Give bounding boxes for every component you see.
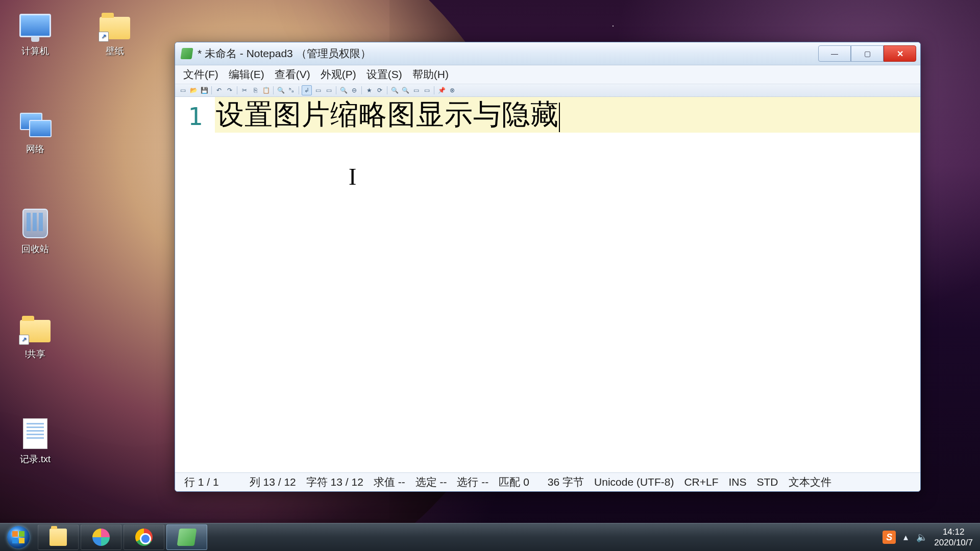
separator [273, 86, 274, 94]
toggle-icon[interactable]: ▭ [313, 86, 323, 95]
recycle-bin-icon [22, 209, 48, 238]
taskbar-explorer[interactable] [38, 524, 79, 550]
bookmark-icon[interactable]: ★ [364, 86, 374, 95]
menu-edit[interactable]: 编辑(E) [225, 66, 268, 83]
copy-icon[interactable]: ⎘ [251, 86, 260, 95]
tool2-icon[interactable]: ▭ [422, 86, 431, 95]
line-number: 1 [175, 100, 215, 133]
undo-icon[interactable]: ↶ [214, 86, 224, 95]
maximize-button[interactable]: ▢ [851, 45, 884, 62]
separator [387, 86, 387, 94]
editor-area: 1 设置图片缩略图显示与隐藏 I [175, 97, 920, 472]
status-bytes[interactable]: 36 字节 [543, 475, 589, 489]
desktop-icon-network[interactable]: 网络 [7, 107, 63, 155]
replace-icon[interactable]: ʰₐ [287, 86, 296, 95]
tray-ime[interactable]: S [881, 523, 897, 551]
start-button[interactable] [0, 523, 37, 551]
refresh-icon[interactable]: ⟳ [375, 86, 384, 95]
tool-icon[interactable]: ▭ [411, 86, 421, 95]
notepad3-icon [180, 48, 193, 59]
menu-view[interactable]: 查看(V) [271, 66, 314, 83]
tray-volume-icon[interactable]: 🔈 [914, 523, 930, 551]
redo-icon[interactable]: ↷ [225, 86, 234, 95]
desktop-icon-notes-txt[interactable]: 记录.txt [7, 417, 63, 465]
text-caret [559, 103, 560, 132]
desktop-icon-share[interactable]: ↗ !共享 [7, 312, 63, 360]
ibeam-cursor-icon: I [349, 163, 356, 190]
status-col[interactable]: 列 13 / 12 [244, 475, 301, 489]
desktop-icon-computer[interactable]: 计算机 [7, 9, 63, 57]
find-icon[interactable]: 🔍 [276, 86, 285, 95]
status-std[interactable]: STD [752, 476, 783, 488]
status-match[interactable]: 匹配 0 [494, 475, 534, 489]
desktop-icon-wallpaper[interactable]: ↗ 壁纸 [87, 9, 143, 57]
clock-time: 14:12 [934, 527, 973, 537]
icon-label: 回收站 [7, 243, 63, 255]
status-eval[interactable]: 求值 -- [369, 475, 410, 489]
toggle2-icon[interactable]: ▭ [324, 86, 333, 95]
title-bar[interactable]: * 未命名 - Notepad3 （管理员权限） — ▢ ✕ [175, 42, 920, 65]
clear-icon[interactable]: ⊗ [448, 86, 457, 95]
window-controls: — ▢ ✕ [818, 45, 916, 62]
icon-label: 记录.txt [7, 453, 63, 465]
icon-label: 壁纸 [87, 45, 143, 57]
separator [434, 86, 434, 94]
taskbar-notepad3[interactable] [166, 524, 207, 550]
editor-content: 设置图片缩略图显示与隐藏 [216, 99, 559, 130]
menu-help[interactable]: 帮助(H) [408, 66, 453, 83]
line-number-gutter: 1 [175, 97, 215, 472]
tray-show-hidden-icon[interactable]: ▴ [897, 523, 914, 551]
status-type[interactable]: 文本文件 [783, 475, 837, 489]
tray-clock[interactable]: 14:12 2020/10/7 [930, 527, 980, 548]
new-file-icon[interactable]: ▭ [178, 86, 187, 95]
status-eol[interactable]: CR+LF [679, 476, 723, 488]
zoom-in-icon[interactable]: 🔍 [390, 86, 399, 95]
zoom-out-icon[interactable]: 🔍 [339, 86, 348, 95]
windows-orb-icon [7, 526, 30, 548]
network-icon [20, 111, 51, 136]
shortcut-arrow-icon: ↗ [19, 335, 29, 345]
pin-icon[interactable]: 📌 [437, 86, 446, 95]
clock-date: 2020/10/7 [934, 537, 973, 548]
computer-icon [19, 14, 51, 37]
window-title: * 未命名 - Notepad3 （管理员权限） [198, 46, 818, 61]
separator [299, 86, 299, 94]
menu-bar: 文件(F) 编辑(E) 查看(V) 外观(P) 设置(S) 帮助(H) [175, 65, 920, 84]
status-ins[interactable]: INS [724, 476, 752, 488]
icon-label: !共享 [7, 348, 63, 360]
text-area[interactable]: 设置图片缩略图显示与隐藏 I [215, 97, 920, 472]
taskbar-browser[interactable] [81, 524, 121, 550]
taskbar-chrome[interactable] [124, 524, 164, 550]
menu-file[interactable]: 文件(F) [179, 66, 223, 83]
status-row[interactable]: 行 1 / 1 [179, 475, 224, 489]
desktop[interactable]: 计算机 ↗ 壁纸 网络 回收站 ↗ !共享 记录.txt * 未命名 - Not… [0, 0, 980, 551]
explorer-icon [50, 529, 67, 546]
zoom-out2-icon[interactable]: 🔍 [401, 86, 410, 95]
menu-appearance[interactable]: 外观(P) [316, 66, 360, 83]
menu-settings[interactable]: 设置(S) [362, 66, 406, 83]
minimize-button[interactable]: — [818, 45, 851, 62]
status-sel[interactable]: 选定 -- [410, 475, 452, 489]
word-wrap-icon[interactable]: ↲ [302, 85, 312, 95]
status-bar: 行 1 / 1 列 13 / 12 字符 13 / 12 求值 -- 选定 --… [175, 472, 920, 491]
icon-label: 网络 [7, 143, 63, 155]
status-encoding[interactable]: Unicode (UTF-8) [589, 476, 679, 488]
status-char[interactable]: 字符 13 / 12 [301, 475, 369, 489]
cut-icon[interactable]: ✂ [240, 86, 249, 95]
separator [361, 86, 362, 94]
browser-icon [92, 529, 110, 546]
toolbar: ▭ 📂 💾 ↶ ↷ ✂ ⎘ 📋 🔍 ʰₐ ↲ ▭ ▭ 🔍 ⊖ ★ ⟳ 🔍 [175, 84, 920, 97]
close-button[interactable]: ✕ [884, 45, 916, 62]
text-file-icon [23, 418, 47, 449]
shortcut-arrow-icon: ↗ [99, 32, 109, 42]
desktop-icon-recycle-bin[interactable]: 回收站 [7, 207, 63, 255]
icon-label: 计算机 [7, 45, 63, 57]
taskbar: S ▴ 🔈 14:12 2020/10/7 [0, 523, 980, 551]
paste-icon[interactable]: 📋 [261, 86, 271, 95]
zoom-reset-icon[interactable]: ⊖ [350, 86, 359, 95]
notepad3-icon [177, 529, 197, 546]
save-icon[interactable]: 💾 [200, 86, 209, 95]
status-sel-lines[interactable]: 选行 -- [452, 475, 494, 489]
notepad3-window: * 未命名 - Notepad3 （管理员权限） — ▢ ✕ 文件(F) 编辑(… [175, 42, 921, 492]
open-file-icon[interactable]: 📂 [189, 86, 198, 95]
